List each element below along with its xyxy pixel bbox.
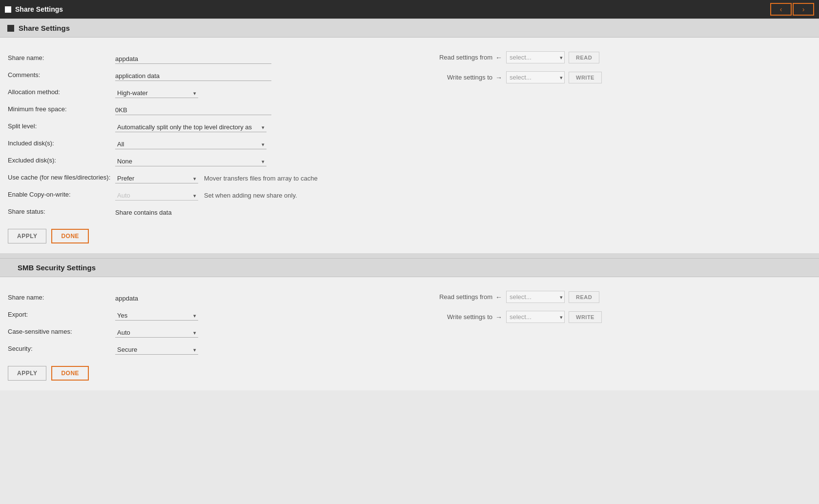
smb-windows-icon	[7, 264, 14, 271]
share-name-input[interactable]	[115, 54, 271, 64]
smb-settings-content: Share name: appdata Export: Yes No Case-…	[0, 277, 819, 390]
nav-buttons: ‹ ›	[770, 3, 814, 16]
share-status-value: Share contains data	[115, 209, 172, 216]
enable-cow-select[interactable]: Auto Yes No	[115, 191, 198, 201]
export-field: Yes No	[115, 307, 410, 323]
included-disks-select[interactable]: All None Custom	[115, 140, 266, 149]
case-sensitive-field: Auto Yes No	[115, 324, 410, 340]
share-settings-buttons: APPLY DONE	[8, 220, 410, 243]
min-free-space-input[interactable]	[115, 105, 271, 115]
write-button[interactable]: WRITE	[569, 72, 602, 83]
case-sensitive-label: Case-sensitive names:	[8, 323, 115, 340]
split-level-wrapper: Automatically split only the top level d…	[115, 122, 266, 132]
use-cache-wrapper: Prefer Yes No Only	[115, 174, 198, 183]
smb-write-settings-row: Write settings to → select... WRITE	[429, 311, 811, 323]
share-settings-content: Share name: Comments: Allocation method:…	[0, 38, 819, 253]
security-select[interactable]: Secure Private Public	[115, 345, 198, 355]
read-button[interactable]: READ	[569, 52, 599, 63]
page-title: Share Settings	[5, 5, 63, 13]
excluded-disks-label: Excluded disk(s):	[8, 152, 115, 169]
share-settings-icon	[5, 6, 11, 13]
read-arrow-icon: ←	[495, 54, 502, 61]
smb-share-name-field: appdata	[115, 291, 410, 304]
use-cache-label: Use cache (for new files/directories):	[8, 169, 115, 186]
enable-cow-note: Set when adding new share only.	[204, 192, 297, 199]
share-settings-left: Share name: Comments: Allocation method:…	[8, 49, 410, 243]
smb-done-button[interactable]: DONE	[51, 366, 89, 381]
smb-read-button[interactable]: READ	[569, 291, 599, 303]
included-disks-field: All None Custom	[115, 136, 410, 151]
min-free-space-field	[115, 101, 410, 117]
share-settings-title: Share Settings	[19, 24, 70, 32]
smb-read-settings-row: Read settings from ← select... READ	[429, 291, 811, 303]
share-settings-done-button[interactable]: DONE	[51, 229, 89, 243]
write-select-wrapper: select...	[506, 71, 565, 83]
excluded-disks-select[interactable]: None All Custom	[115, 157, 266, 166]
allocation-method-label: Allocation method:	[8, 83, 115, 101]
comments-field	[115, 67, 410, 83]
case-sensitive-select[interactable]: Auto Yes No	[115, 328, 198, 338]
export-label: Export:	[8, 306, 115, 323]
smb-read-settings-label: Read settings from ←	[429, 293, 502, 301]
prev-button[interactable]: ‹	[770, 3, 792, 16]
smb-read-settings-select[interactable]: select...	[506, 291, 565, 303]
allocation-method-select[interactable]: High-water Fill-up Most-free	[115, 88, 198, 98]
top-bar: Share Settings ‹ ›	[0, 0, 819, 19]
use-cache-select[interactable]: Prefer Yes No Only	[115, 174, 198, 183]
share-name-field	[115, 50, 410, 66]
smb-read-select-wrapper: select...	[506, 291, 565, 303]
enable-cow-label: Enable Copy-on-write:	[8, 186, 115, 203]
next-button[interactable]: ›	[793, 3, 814, 16]
included-disks-label: Included disk(s):	[8, 135, 115, 152]
svg-rect-0	[7, 25, 14, 32]
case-sensitive-wrapper: Auto Yes No	[115, 328, 198, 338]
smb-share-name-value: appdata	[115, 290, 138, 304]
security-wrapper: Secure Private Public	[115, 345, 198, 355]
security-label: Security:	[8, 340, 115, 357]
read-settings-select[interactable]: select...	[506, 51, 565, 63]
smb-write-select-wrapper: select...	[506, 311, 565, 323]
export-wrapper: Yes No	[115, 311, 198, 321]
export-select[interactable]: Yes No	[115, 311, 198, 321]
use-cache-field: Prefer Yes No Only Mover transfers files…	[115, 170, 410, 185]
excluded-disks-wrapper: None All Custom	[115, 157, 266, 166]
security-field: Secure Private Public	[115, 341, 410, 357]
split-level-field: Automatically split only the top level d…	[115, 119, 410, 134]
enable-cow-wrapper: Auto Yes No	[115, 191, 198, 201]
share-settings-apply-button[interactable]: APPLY	[8, 229, 46, 243]
share-settings-form: Share name: Comments: Allocation method:…	[8, 49, 811, 243]
smb-write-button[interactable]: WRITE	[569, 311, 602, 323]
allocation-method-field: High-water Fill-up Most-free	[115, 84, 410, 100]
smb-settings-form: Share name: appdata Export: Yes No Case-…	[8, 289, 811, 381]
split-level-label: Split level:	[8, 118, 115, 135]
share-name-label: Share name:	[8, 49, 115, 66]
write-settings-select[interactable]: select...	[506, 71, 565, 83]
smb-settings-header: SMB Security Settings	[0, 258, 819, 277]
smb-apply-button[interactable]: APPLY	[8, 366, 46, 381]
split-level-select[interactable]: Automatically split only the top level d…	[115, 122, 266, 132]
smb-write-settings-label: Write settings to →	[429, 313, 502, 321]
enable-cow-inline: Auto Yes No Set when adding new share on…	[115, 191, 410, 201]
write-settings-label: Write settings to →	[429, 74, 502, 81]
share-settings-right: Read settings from ← select... READ Writ…	[410, 49, 811, 243]
share-settings-section-icon	[7, 24, 15, 32]
comments-input[interactable]	[115, 71, 271, 81]
smb-write-arrow-icon: →	[495, 313, 502, 321]
write-arrow-icon: →	[495, 74, 502, 81]
read-settings-label: Read settings from ←	[429, 54, 502, 61]
smb-settings-title: SMB Security Settings	[18, 263, 96, 272]
smb-settings-right: Read settings from ← select... READ Writ…	[410, 289, 811, 381]
smb-write-settings-select[interactable]: select...	[506, 311, 565, 323]
smb-share-name-label: Share name:	[8, 289, 115, 306]
smb-read-arrow-icon: ←	[495, 293, 502, 301]
smb-settings-buttons: APPLY DONE	[8, 357, 410, 381]
write-settings-row: Write settings to → select... WRITE	[429, 71, 811, 83]
share-status-field: Share contains data	[115, 205, 410, 218]
read-settings-row: Read settings from ← select... READ	[429, 51, 811, 63]
read-select-wrapper: select...	[506, 51, 565, 63]
min-free-space-label: Minimum free space:	[8, 101, 115, 118]
use-cache-note: Mover transfers files from array to cach…	[204, 175, 318, 182]
comments-label: Comments:	[8, 66, 115, 83]
allocation-method-wrapper: High-water Fill-up Most-free	[115, 88, 198, 98]
use-cache-inline: Prefer Yes No Only Mover transfers files…	[115, 174, 410, 183]
